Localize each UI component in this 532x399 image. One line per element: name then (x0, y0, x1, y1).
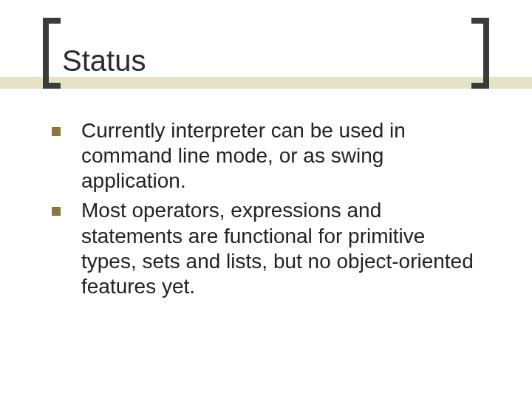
list-item: Most operators, expressions and statemen… (52, 198, 480, 299)
bullet-text: Most operators, expressions and statemen… (81, 198, 480, 299)
bullet-text: Currently interpreter can be used in com… (81, 118, 480, 194)
bullet-square-icon (52, 207, 61, 216)
list-item: Currently interpreter can be used in com… (52, 118, 480, 194)
bullet-square-icon (52, 127, 61, 136)
bracket-left-icon (43, 18, 61, 89)
slide: Status Currently interpreter can be used… (0, 0, 532, 399)
page-title: Status (62, 44, 146, 78)
accent-bar (0, 77, 532, 89)
content-area: Currently interpreter can be used in com… (52, 118, 480, 304)
bracket-right-icon (471, 18, 489, 89)
